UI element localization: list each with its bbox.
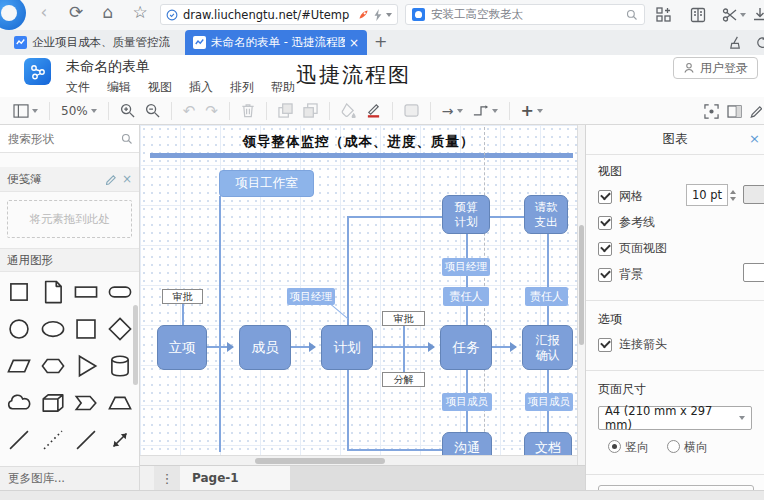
connector-bottom-communication[interactable] — [347, 449, 443, 451]
portrait-option[interactable]: 竖向 — [608, 439, 649, 456]
shape-outline-button[interactable] — [399, 99, 424, 123]
label-decompose[interactable]: 分解 — [382, 372, 425, 387]
connector-style-button[interactable] — [468, 99, 503, 123]
shape-search-input[interactable] — [6, 131, 117, 147]
scratchpad-close-icon[interactable]: × — [122, 172, 132, 186]
grid-color-swatch[interactable] — [743, 185, 764, 204]
page-view-checkbox[interactable] — [598, 242, 612, 256]
scissors-dropdown-icon[interactable] — [740, 13, 746, 17]
reading-list-icon[interactable] — [690, 7, 706, 23]
shape-cloud[interactable] — [5, 389, 33, 417]
menu-arrange[interactable]: 排列 — [230, 79, 254, 96]
landscape-option[interactable]: 横向 — [667, 439, 708, 456]
arrow-member-plan[interactable] — [291, 346, 315, 348]
guides-checkbox[interactable] — [598, 216, 612, 230]
diagram-title[interactable]: 领导整体监控（成本、进度、质量） — [140, 133, 577, 151]
bookmark-star-icon[interactable]: ☆ — [128, 2, 152, 22]
node-project-start[interactable]: 立项 — [157, 325, 207, 370]
shape-line[interactable] — [5, 426, 33, 454]
stepper-down-icon[interactable] — [730, 197, 736, 201]
grid-size-stepper[interactable] — [727, 184, 739, 206]
document-title[interactable]: 未命名的表单 — [66, 58, 150, 76]
node-payment-request[interactable]: 请款 支出 — [524, 195, 568, 234]
horizontal-scroll-thumb[interactable] — [255, 458, 385, 464]
shape-circle[interactable] — [5, 315, 33, 343]
tab-untitled-form[interactable]: 未命名的表单 - 迅捷流程图制作 × — [185, 30, 367, 55]
label-responsible-1[interactable]: 责任人 — [443, 287, 489, 306]
url-text[interactable]: draw.liuchengtu.net/#Utemp — [183, 8, 354, 22]
login-button[interactable]: 用户登录 — [673, 57, 758, 79]
send-to-back-button[interactable] — [298, 99, 323, 123]
landscape-radio[interactable] — [667, 440, 680, 453]
more-shapes-button[interactable]: 更多图库... — [0, 466, 139, 490]
shape-cube[interactable] — [39, 389, 67, 417]
shape-bidirectional-arrow[interactable] — [106, 426, 134, 454]
connector-budget-payment[interactable] — [490, 216, 525, 218]
shape-hexagon[interactable] — [39, 352, 67, 380]
delete-button[interactable] — [236, 99, 260, 123]
format-panel-header[interactable]: 图表 × — [586, 125, 764, 155]
flash-icon[interactable] — [373, 9, 383, 21]
undo-button[interactable]: ↶ — [178, 99, 201, 123]
menu-insert[interactable]: 插入 — [189, 79, 213, 96]
menu-file[interactable]: 文件 — [66, 79, 90, 96]
shape-square-large[interactable] — [72, 315, 100, 343]
connector-plan-budget[interactable] — [347, 216, 443, 218]
shape-trapezoid[interactable] — [106, 389, 134, 417]
stepper-up-icon[interactable] — [730, 190, 736, 194]
label-project-member-1[interactable]: 项目成员 — [442, 393, 492, 411]
grid-size-input[interactable] — [686, 184, 728, 206]
connector-payment-report[interactable] — [547, 233, 549, 326]
label-approve-2[interactable]: 审批 — [382, 311, 425, 326]
shape-step-arrow[interactable] — [72, 389, 100, 417]
edit-pencil-icon[interactable] — [106, 174, 117, 185]
page-tab[interactable]: Page-1 — [180, 466, 290, 490]
apps-grid-icon[interactable] — [656, 7, 672, 23]
shape-ellipse[interactable] — [39, 315, 67, 343]
arrow-task-report[interactable] — [492, 346, 516, 348]
screenshot-scissors-icon[interactable] — [722, 7, 738, 23]
address-dropdown-icon[interactable] — [386, 13, 392, 17]
scratchpad-dropzone[interactable]: 将元素拖到此处 — [7, 200, 132, 238]
tab-close-icon[interactable]: × — [349, 36, 359, 50]
quick-search-box[interactable]: 安装工高空救老太 — [405, 4, 645, 25]
back-icon[interactable]: ‹ — [32, 2, 56, 22]
new-tab-button[interactable]: + — [374, 32, 387, 51]
menu-view[interactable]: 视图 — [148, 79, 172, 96]
grid-checkbox[interactable] — [598, 190, 612, 204]
browser-logo-icon[interactable] — [0, 0, 26, 30]
search-suggestion-text[interactable]: 安装工高空救老太 — [431, 7, 626, 22]
shape-document[interactable] — [39, 278, 67, 306]
connector-approve-tick[interactable] — [403, 325, 405, 348]
tab-label[interactable]: 企业项目成本、质量管控流程图 — [32, 35, 170, 50]
tab-label[interactable]: 未命名的表单 - 迅捷流程图制作 — [211, 35, 345, 50]
shape-rectangle[interactable] — [72, 278, 100, 306]
tab-project-flowchart[interactable]: 企业项目成本、质量管控流程图 — [6, 30, 178, 55]
canvas-horizontal-scrollbar[interactable] — [140, 455, 577, 465]
shape-square[interactable] — [5, 278, 33, 306]
arrow-plan-task[interactable] — [373, 346, 434, 348]
download-icon[interactable] — [752, 7, 764, 23]
arrow-start-member[interactable] — [207, 346, 233, 348]
connector-plan-up[interactable] — [347, 216, 349, 326]
portrait-radio[interactable] — [608, 440, 621, 453]
search-icon[interactable] — [626, 9, 638, 21]
label-approve-1[interactable]: 审批 — [162, 289, 203, 304]
shape-solid-line[interactable] — [72, 426, 100, 454]
label-project-manager-1[interactable]: 项目经理 — [287, 288, 335, 305]
connector-decompose-tick[interactable] — [403, 347, 405, 373]
node-report-confirm[interactable]: 汇报 确认 — [522, 325, 573, 370]
shape-diamond[interactable] — [106, 315, 134, 343]
cleaner-brush-icon[interactable] — [728, 35, 743, 50]
node-task[interactable]: 任务 — [440, 325, 492, 370]
edit-pencil-icon[interactable] — [750, 104, 762, 119]
panel-close-icon[interactable]: × — [749, 131, 760, 146]
menu-help[interactable]: 帮助 — [271, 79, 295, 96]
shape-parallelogram[interactable] — [5, 352, 33, 380]
line-color-button[interactable] — [361, 99, 386, 123]
connection-arrows-checkbox[interactable] — [598, 338, 612, 352]
diagram-canvas[interactable]: 领导整体监控（成本、进度、质量） 项目工作室 预算 计划 请款 支出 立项 成员… — [140, 125, 585, 465]
sidebar-scrollbar[interactable] — [133, 305, 138, 385]
refresh-icon[interactable]: ⟳ — [64, 2, 88, 22]
bring-to-front-button[interactable] — [273, 99, 298, 123]
